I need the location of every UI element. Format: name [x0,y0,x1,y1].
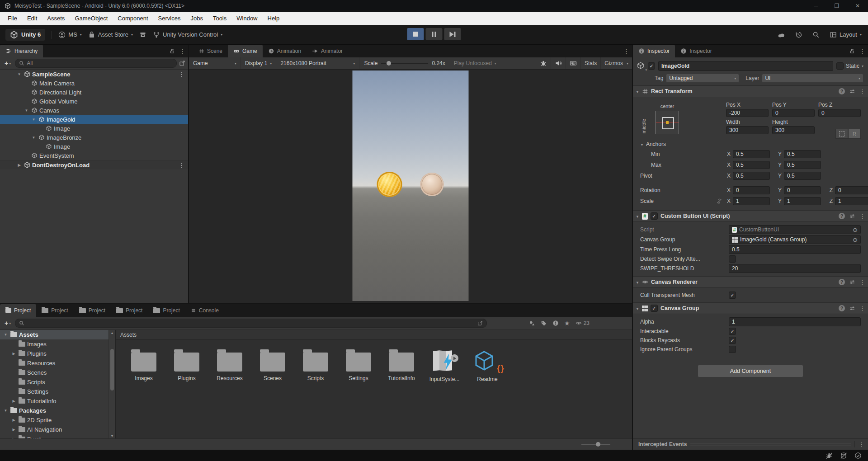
step-button[interactable] [444,28,461,40]
expand-arrow[interactable] [24,108,29,113]
search-icon[interactable] [812,31,820,38]
tree-item[interactable]: 2D Sprite [0,415,115,425]
expand-arrow[interactable] [16,163,22,167]
cull-transparent-mesh-checkbox[interactable] [729,292,736,299]
pos-y-field[interactable]: 0 [772,109,815,117]
asset-folder[interactable]: Scenes [255,349,291,382]
tree-item[interactable]: AI Navigation [0,425,115,434]
presets-icon[interactable] [849,305,855,311]
unity-version-badge[interactable]: Unity 6 [5,29,45,41]
tree-item[interactable]: Plugins [0,349,115,358]
menu-window[interactable]: Window [231,12,262,25]
rotation-x-field[interactable]: 0 [733,186,770,194]
expand-arrow[interactable] [11,352,17,356]
anchor-max-y-field[interactable]: 0.5 [784,161,821,169]
favorites-star-icon[interactable] [564,320,570,327]
foldout-arrow[interactable] [636,213,639,219]
scale-x-field[interactable]: 1 [733,197,770,205]
gizmos-dropdown[interactable]: Gizmos▾ [600,57,632,69]
anchor-preset-box[interactable] [656,111,679,134]
tab-project-5[interactable]: Project [148,304,185,317]
asset-folder[interactable]: TutorialInfo [383,349,420,382]
scale-y-field[interactable]: 1 [784,197,821,205]
pivot-x-field[interactable]: 0.5 [733,172,770,180]
component-menu-kebab-icon[interactable] [859,305,865,312]
tab-project-4[interactable]: Project [111,304,148,317]
tab-hierarchy[interactable]: Hierarchy [0,45,43,57]
cloud-icon[interactable] [777,31,785,39]
blocks-raycasts-checkbox[interactable] [729,337,736,344]
help-icon[interactable] [839,213,845,219]
tab-project-2[interactable]: Project [36,304,73,317]
static-checkbox[interactable] [836,62,844,70]
custom-button-ui-header[interactable]: Custom Button UI (Script) [633,210,868,222]
history-icon[interactable] [795,31,802,38]
hierarchy-item[interactable]: Image [0,124,188,133]
hierarchy-item[interactable]: Directional Light [0,88,188,97]
menu-edit[interactable]: Edit [22,12,42,25]
game-render-viewport[interactable] [353,71,469,301]
tree-item-assets[interactable]: Assets [0,330,115,339]
thumbnail-zoom-slider[interactable] [581,444,610,445]
foldout-arrow[interactable] [636,88,639,94]
hierarchy-item-scene[interactable]: SampleScene [0,70,188,79]
anchor-min-x-field[interactable]: 0.5 [733,150,770,158]
lock-icon[interactable] [170,48,175,54]
help-icon[interactable] [839,305,845,311]
detect-swipe-checkbox[interactable] [729,255,736,263]
script-object-field[interactable]: CustomButtonUI [729,225,861,234]
presets-icon[interactable] [849,213,855,219]
pos-x-field[interactable]: -200 [726,109,769,117]
tab-console[interactable]: Console [185,304,224,317]
anchor-min-y-field[interactable]: 0.5 [784,150,821,158]
raw-edit-button[interactable]: R [848,129,861,139]
menu-gameobject[interactable]: GameObject [70,12,113,25]
rotation-y-field[interactable]: 0 [784,186,821,194]
time-press-long-field[interactable]: 0.5 [729,245,861,254]
version-control-dropdown[interactable]: Unity Version Control ▾ [153,31,222,38]
maximize-button[interactable]: ❐ [826,0,847,12]
view-mode-dropdown[interactable]: Game▾ [189,57,241,69]
tree-item[interactable]: Burst [0,434,115,438]
rotation-z-field[interactable]: 0 [835,186,868,194]
panel-menu-kebab-icon[interactable] [623,48,629,55]
foldout-arrow[interactable] [636,279,639,285]
tree-item[interactable]: Scenes [0,368,115,377]
asset-store-button[interactable]: Asset Store ▾ [88,31,133,38]
object-picker-icon[interactable] [853,236,858,243]
canvas-group-header[interactable]: Canvas Group [633,302,868,314]
expand-arrow[interactable] [31,136,37,140]
mute-audio-button[interactable] [551,57,566,69]
tree-item[interactable]: Resources [0,358,115,368]
rect-transform-header[interactable]: Rect Transform [633,85,868,97]
menu-component[interactable]: Component [113,12,153,25]
close-button[interactable]: ✕ [847,0,868,12]
footer-menu-kebab-icon[interactable] [859,441,864,448]
component-enabled-checkbox[interactable] [651,305,658,312]
static-dropdown-icon[interactable]: ▾ [862,64,863,68]
tab-inspector-1[interactable]: Inspector [633,45,675,57]
play-button[interactable] [407,28,424,40]
gameobject-name-field[interactable]: ImageGold [658,61,833,71]
scene-menu-kebab-icon[interactable] [179,162,184,169]
menu-file[interactable]: File [3,12,22,25]
menu-assets[interactable]: Assets [42,12,70,25]
tree-scrollbar[interactable]: ▲▼ [108,330,115,438]
tab-animation[interactable]: Animation [263,45,307,57]
hierarchy-item-selected[interactable]: ImageGold [0,115,188,124]
tab-project-3[interactable]: Project [74,304,111,317]
layout-dropdown[interactable]: Layout ▾ [830,31,862,38]
popout-icon[interactable] [477,320,483,326]
interactable-checkbox[interactable] [729,328,736,335]
ignore-parent-groups-checkbox[interactable] [729,346,736,353]
object-picker-icon[interactable] [853,226,858,233]
canvas-renderer-header[interactable]: Canvas Renderer [633,276,868,288]
asset-readme[interactable]: Readme [469,349,505,382]
hierarchy-item[interactable]: EventSystem [0,151,188,160]
panel-menu-kebab-icon[interactable] [859,48,865,55]
scale-z-field[interactable]: 1 [835,197,868,205]
pause-button[interactable] [426,28,443,40]
asset-folder[interactable]: Images [126,349,162,382]
help-icon[interactable] [839,279,845,285]
status-check-icon[interactable] [854,452,862,459]
